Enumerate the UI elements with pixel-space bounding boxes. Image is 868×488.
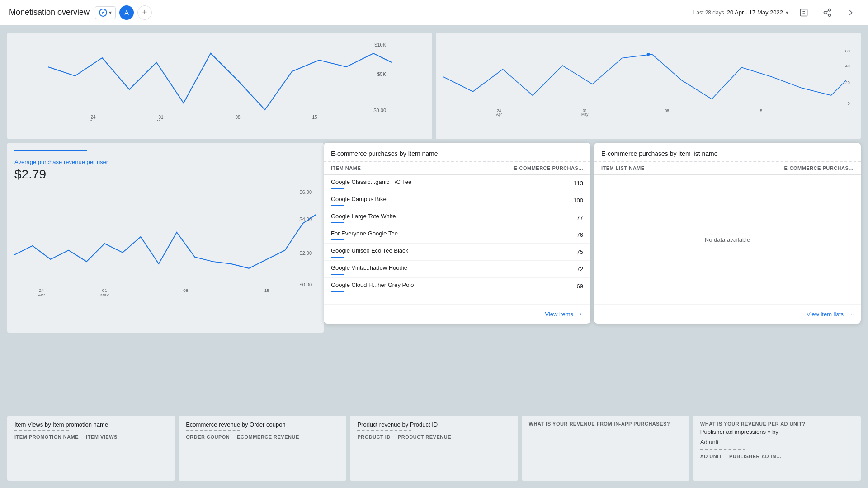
row-underline [331,291,344,292]
ecommerce-coupon-cols: ORDER COUPON ECOMMERCE REVENUE [186,434,339,440]
svg-text:$5K: $5K [377,71,386,77]
row-item-name: For Everyone Google Tee [331,230,577,239]
dropdown-arrow[interactable]: ▾ [768,429,770,435]
row-underline [331,188,344,189]
svg-text:15: 15 [264,288,270,293]
product-revenue-card: Product revenue by Product ID PRODUCT ID… [350,416,518,481]
row-item-name: Google Large Tote White [331,213,577,222]
svg-text:May: May [157,119,165,121]
more-icon-button[interactable] [843,5,859,21]
col-value-header: E-COMMERCE PURCHAS... [514,165,583,171]
by-label: by [772,428,778,435]
row-underline [331,222,344,223]
date-range[interactable]: Last 28 days 20 Apr - 17 May 2022 ▾ [693,9,788,16]
ad-unit-cols: AD UNIT PUBLISHER AD IM... [700,454,854,459]
top-left-chart: $10K $5K $0.00 24 Apr 01 May 08 15 [7,33,432,139]
svg-point-4 [824,11,826,14]
no-data-message: No data available [594,175,861,304]
avg-revenue-chart-card: Average purchase revenue per user $2.79 … [7,143,324,333]
view-items-link[interactable]: View items → [545,310,583,318]
row-underline [331,257,344,258]
table-row: Google Cloud H...her Grey Polo 69 [324,278,590,295]
row-item-value: 113 [573,180,583,187]
date-range-label: Last 28 days [693,9,724,16]
date-range-dropdown-arrow: ▾ [786,9,788,16]
svg-text:$2.00: $2.00 [300,250,312,256]
avatar[interactable]: A [119,5,134,20]
svg-text:0: 0 [848,101,850,106]
table-row: Google Classic...ganic F/C Tee 113 [324,175,590,192]
publisher-impressions-label: Publisher ad impressions [700,428,766,435]
row-item-name: Google Classic...ganic F/C Tee [331,178,573,188]
ecommerce-item-name-card: E-commerce purchases by Item name ITEM N… [324,143,590,324]
share-icon-button[interactable] [819,5,835,21]
row-item-name: Google Unisex Eco Tee Black [331,247,577,257]
view-item-lists-link[interactable]: View item lists → [807,310,854,318]
svg-line-7 [826,10,829,12]
table-column-headers: ITEM NAME E-COMMERCE PURCHAS... [324,162,590,175]
svg-text:Apr: Apr [496,113,502,117]
row-item-name: Google Vinta...hadow Hoodie [331,264,577,274]
header: Monetisation overview ▾ A + Last 28 days… [0,0,868,25]
row-item-name: Google Campus Bike [331,196,573,205]
product-col2: PRODUCT REVENUE [398,434,451,440]
add-button[interactable]: + [137,5,152,20]
ecommerce-card-footer: View items → [324,304,590,324]
in-app-purchases-card: WHAT IS YOUR REVENUE FROM IN-APP PURCHAS… [522,416,689,481]
top-right-chart: 60 40 20 0 24 Apr 01 May 08 15 [436,33,861,139]
svg-text:60: 60 [845,49,850,53]
main-content: $10K $5K $0.00 24 Apr 01 May 08 15 60 40… [0,25,868,488]
view-items-arrow: → [576,310,583,318]
view-item-lists-arrow: → [846,310,854,318]
view-items-label: View items [545,311,573,318]
col-item-name-header: ITEM NAME [331,165,514,171]
revenue-per-ad-unit-card: WHAT IS YOUR REVENUE PER AD UNIT? Publis… [693,416,861,481]
ecommerce-item-list-header: E-commerce purchases by Item list name [594,143,861,162]
check-button[interactable]: ▾ [95,6,116,19]
svg-text:15: 15 [758,109,763,113]
product-col1: PRODUCT ID [357,434,390,440]
ecommerce-coupon-card: Ecommerce revenue by Order coupon ORDER … [179,416,346,481]
header-right: Last 28 days 20 Apr - 17 May 2022 ▾ [693,5,859,21]
top-charts-row: $10K $5K $0.00 24 Apr 01 May 08 15 60 40… [0,25,868,143]
coupon-col2: ECOMMERCE REVENUE [237,434,299,440]
table-row: For Everyone Google Tee 76 [324,226,590,244]
item-promo-col1: ITEM PROMOTION NAME [14,434,79,440]
table-row: Google Large Tote White 77 [324,209,590,226]
ad-unit-sub: Ad unit [700,439,854,446]
active-tab-indicator [14,150,87,151]
svg-text:May: May [100,292,109,296]
ad-unit-question: WHAT IS YOUR REVENUE PER AD UNIT? [700,421,854,427]
svg-text:08: 08 [665,109,670,113]
middle-section: Average purchase revenue per user $2.79 … [0,143,868,333]
check-circle-icon [99,9,107,17]
item-views-title: Item Views by Item promotion name [14,421,168,428]
table-row: Google Unisex Eco Tee Black 75 [324,244,590,261]
svg-text:Apr: Apr [38,292,45,296]
table-row: Google Vinta...hadow Hoodie 72 [324,261,590,278]
item-promo-col2: ITEM VIEWS [86,434,118,440]
row-item-value: 69 [577,283,583,290]
row-item-value: 76 [577,231,583,238]
bottom-section: Item Views by Item promotion name ITEM P… [0,416,868,488]
svg-text:May: May [581,113,589,117]
row-item-value: 75 [577,249,583,255]
row-item-value: 77 [577,214,583,221]
view-item-lists-label: View item lists [807,311,844,318]
table-row: Google Campus Bike 100 [324,192,590,209]
edit-icon-button[interactable] [796,5,812,21]
ad-unit-col1: AD UNIT [700,454,722,459]
ecommerce-item-list-card: E-commerce purchases by Item list name I… [594,143,861,324]
svg-text:20: 20 [845,80,850,85]
svg-text:$6.00: $6.00 [300,189,312,195]
ecommerce-coupon-title: Ecommerce revenue by Order coupon [186,421,339,428]
svg-text:15: 15 [312,115,317,120]
ecommerce-item-name-title: E-commerce purchases by Item name [331,150,583,157]
item-list-column-headers: ITEM LIST NAME E-COMMERCE PURCHAS... [594,162,861,175]
in-app-question: WHAT IS YOUR REVENUE FROM IN-APP PURCHAS… [529,421,682,427]
dropdown-arrow: ▾ [109,9,112,16]
row-underline [331,239,344,240]
avg-revenue-title: Average purchase revenue per user [14,159,316,165]
floating-table-cards: E-commerce purchases by Item name ITEM N… [324,143,861,324]
svg-text:08: 08 [183,288,189,293]
